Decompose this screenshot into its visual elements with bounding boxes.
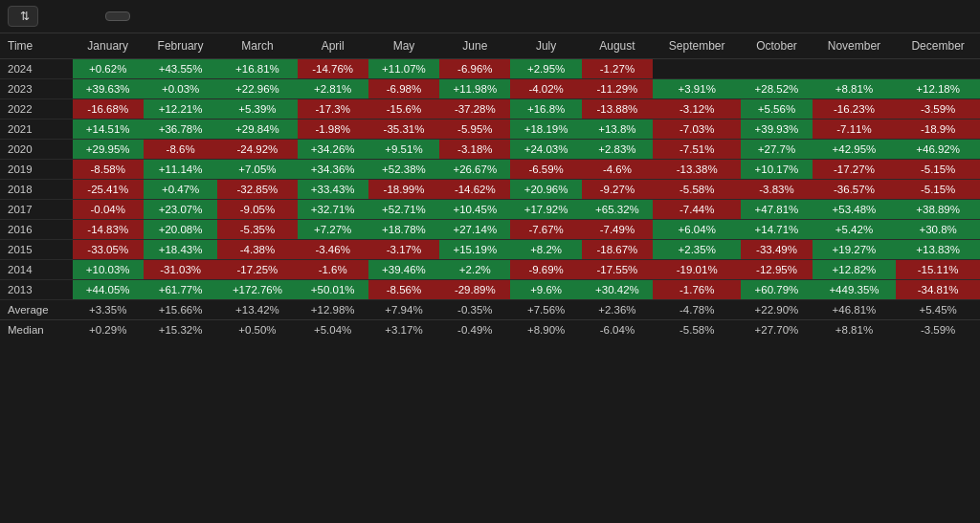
col-header-august: August bbox=[582, 33, 653, 59]
col-header-april: April bbox=[298, 33, 368, 59]
value-cell bbox=[741, 59, 812, 79]
value-cell: +44.05% bbox=[73, 280, 144, 300]
value-cell: +26.67% bbox=[439, 160, 510, 180]
footer-value-cell: +46.81% bbox=[813, 300, 897, 320]
value-cell: +14.51% bbox=[73, 120, 144, 140]
tab-monthly[interactable] bbox=[105, 11, 130, 21]
value-cell: +30.8% bbox=[896, 220, 980, 240]
footer-value-cell: +8.81% bbox=[813, 320, 897, 340]
value-cell: -18.9% bbox=[896, 120, 980, 140]
value-cell: +11.07% bbox=[368, 59, 439, 79]
asset-selector[interactable]: ⇅ bbox=[8, 6, 38, 27]
value-cell: -36.57% bbox=[813, 180, 897, 200]
value-cell: +9.51% bbox=[368, 140, 439, 160]
col-header-september: September bbox=[653, 33, 741, 59]
value-cell: -0.04% bbox=[73, 200, 144, 220]
value-cell: +3.91% bbox=[653, 79, 741, 99]
value-cell: -25.41% bbox=[73, 180, 144, 200]
year-cell: 2024 bbox=[0, 59, 73, 79]
footer-value-cell: -0.35% bbox=[439, 300, 510, 320]
value-cell: -4.6% bbox=[582, 160, 653, 180]
footer-value-cell: +3.35% bbox=[73, 300, 144, 320]
table-footer: Average+3.35%+15.66%+13.42%+12.98%+7.94%… bbox=[0, 300, 980, 340]
value-cell: +5.56% bbox=[741, 99, 812, 120]
value-cell: -16.23% bbox=[813, 99, 897, 120]
value-cell: -6.96% bbox=[439, 59, 510, 79]
value-cell: +36.78% bbox=[144, 120, 217, 140]
value-cell: -6.98% bbox=[368, 79, 439, 99]
col-header-march: March bbox=[217, 33, 297, 59]
value-cell: +10.45% bbox=[439, 200, 510, 220]
value-cell: -9.05% bbox=[217, 200, 297, 220]
value-cell: -13.38% bbox=[653, 160, 741, 180]
col-header-february: February bbox=[144, 33, 217, 59]
value-cell: +46.92% bbox=[896, 140, 980, 160]
value-cell: +7.27% bbox=[298, 220, 368, 240]
value-cell: -7.49% bbox=[582, 220, 653, 240]
value-cell: -7.51% bbox=[653, 140, 741, 160]
value-cell: -8.6% bbox=[144, 140, 217, 160]
value-cell: +27.7% bbox=[741, 140, 812, 160]
footer-value-cell: -3.59% bbox=[896, 320, 980, 340]
value-cell: +52.71% bbox=[368, 200, 439, 220]
value-cell: -4.38% bbox=[217, 240, 297, 260]
value-cell: +53.48% bbox=[813, 200, 897, 220]
col-header-time: Time bbox=[0, 33, 73, 59]
tab-quarterly[interactable] bbox=[136, 11, 161, 21]
value-cell: +20.96% bbox=[510, 180, 581, 200]
value-cell: +16.8% bbox=[510, 99, 581, 120]
value-cell: +60.79% bbox=[741, 280, 812, 300]
table-row: 2013+44.05%+61.77%+172.76%+50.01%-8.56%-… bbox=[0, 280, 980, 300]
value-cell: -14.62% bbox=[439, 180, 510, 200]
average-label: Average bbox=[0, 300, 73, 320]
col-header-october: October bbox=[741, 33, 812, 59]
value-cell: -9.27% bbox=[582, 180, 653, 200]
value-cell: +0.62% bbox=[73, 59, 144, 79]
median-label: Median bbox=[0, 320, 73, 340]
col-header-may: May bbox=[368, 33, 439, 59]
footer-value-cell: +15.66% bbox=[144, 300, 217, 320]
value-cell: +50.01% bbox=[298, 280, 368, 300]
value-cell: -5.95% bbox=[439, 120, 510, 140]
year-cell: 2015 bbox=[0, 240, 73, 260]
value-cell: -9.69% bbox=[510, 260, 581, 280]
table-row: 2014+10.03%-31.03%-17.25%-1.6%+39.46%+2.… bbox=[0, 260, 980, 280]
value-cell: +18.78% bbox=[368, 220, 439, 240]
value-cell: +10.03% bbox=[73, 260, 144, 280]
value-cell: -37.28% bbox=[439, 99, 510, 120]
value-cell: -14.76% bbox=[298, 59, 368, 79]
value-cell: +29.95% bbox=[73, 140, 144, 160]
value-cell: -24.92% bbox=[217, 140, 297, 160]
value-cell: +2.2% bbox=[439, 260, 510, 280]
value-cell: -5.35% bbox=[217, 220, 297, 240]
value-cell: +61.77% bbox=[144, 280, 217, 300]
footer-value-cell: +12.98% bbox=[298, 300, 368, 320]
value-cell: +0.03% bbox=[144, 79, 217, 99]
value-cell: -5.15% bbox=[896, 160, 980, 180]
value-cell: +10.17% bbox=[741, 160, 812, 180]
value-cell: -5.58% bbox=[653, 180, 741, 200]
value-cell: +17.92% bbox=[510, 200, 581, 220]
year-cell: 2019 bbox=[0, 160, 73, 180]
year-cell: 2013 bbox=[0, 280, 73, 300]
footer-value-cell: +2.36% bbox=[582, 300, 653, 320]
value-cell: +52.38% bbox=[368, 160, 439, 180]
footer-value-cell: +13.42% bbox=[217, 300, 297, 320]
value-cell: +47.81% bbox=[741, 200, 812, 220]
footer-value-cell: -0.49% bbox=[439, 320, 510, 340]
value-cell: +2.83% bbox=[582, 140, 653, 160]
median-row: Median+0.29%+15.32%+0.50%+5.04%+3.17%-0.… bbox=[0, 320, 980, 340]
tab-daily[interactable] bbox=[44, 11, 69, 21]
value-cell: +19.27% bbox=[813, 240, 897, 260]
table-row: 2023+39.63%+0.03%+22.96%+2.81%-6.98%+11.… bbox=[0, 79, 980, 99]
col-header-july: July bbox=[510, 33, 581, 59]
value-cell: -18.99% bbox=[368, 180, 439, 200]
value-cell: -7.03% bbox=[653, 120, 741, 140]
value-cell: -18.67% bbox=[582, 240, 653, 260]
value-cell: +0.47% bbox=[144, 180, 217, 200]
value-cell: -19.01% bbox=[653, 260, 741, 280]
tab-weekly[interactable] bbox=[75, 11, 100, 21]
value-cell: +16.81% bbox=[217, 59, 297, 79]
value-cell: -12.95% bbox=[741, 260, 812, 280]
value-cell: -32.85% bbox=[217, 180, 297, 200]
